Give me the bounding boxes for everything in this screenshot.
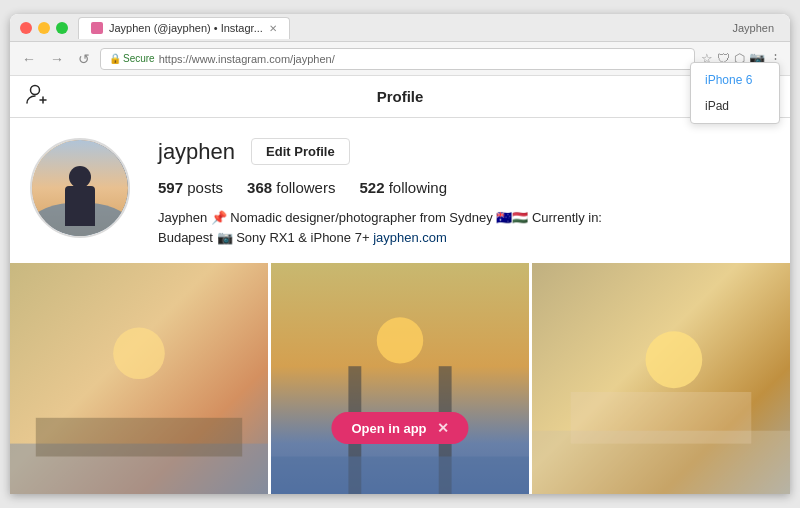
device-option-ipad[interactable]: iPad: [691, 93, 779, 119]
avatar-wrap: [30, 138, 130, 238]
secure-badge: 🔒 Secure: [109, 53, 155, 64]
device-dropdown: iPhone 6 iPad: [690, 62, 780, 124]
tab-bar: Jayphen (@jayphen) • Instagr... ✕: [78, 17, 780, 39]
svg-point-0: [31, 86, 40, 95]
svg-rect-16: [271, 457, 529, 495]
page-title: Profile: [377, 88, 424, 105]
profile-section: jayphen Edit Profile 597 posts 368 follo…: [10, 118, 790, 263]
device-option-iphone6[interactable]: iPhone 6: [691, 67, 779, 93]
following-stat: 522 following: [359, 179, 447, 196]
profile-stats: 597 posts 368 followers 522 following: [158, 179, 770, 196]
forward-button[interactable]: →: [46, 49, 68, 69]
open-in-app-close-icon[interactable]: ✕: [437, 420, 449, 436]
photo-grid: [10, 263, 790, 494]
edit-profile-button[interactable]: Edit Profile: [251, 138, 350, 165]
photo-cell[interactable]: [10, 263, 268, 494]
back-button[interactable]: ←: [18, 49, 40, 69]
title-bar: Jayphen (@jayphen) • Instagr... ✕ Jayphe…: [10, 14, 790, 42]
photo-cell[interactable]: [271, 263, 529, 494]
nav-bar: ← → ↺ 🔒 Secure https://www.instagram.com…: [10, 42, 790, 76]
svg-point-5: [72, 169, 87, 184]
ig-header: Profile: [10, 76, 790, 118]
photo-cell[interactable]: [532, 263, 790, 494]
traffic-lights: [20, 22, 68, 34]
url-text: https://www.instagram.com/jayphen/: [159, 53, 335, 65]
profile-top-row: jayphen Edit Profile: [158, 138, 770, 165]
avatar: [30, 138, 130, 238]
minimize-button[interactable]: [38, 22, 50, 34]
open-in-app-banner[interactable]: Open in app ✕: [331, 412, 468, 444]
tab-label: Jayphen (@jayphen) • Instagr...: [109, 22, 263, 34]
profile-bio: Jayphen 📌 Nomadic designer/photographer …: [158, 208, 770, 247]
tab-close-icon[interactable]: ✕: [269, 23, 277, 34]
page-content: Profile: [10, 76, 790, 494]
window-title: Jayphen: [732, 22, 774, 34]
close-button[interactable]: [20, 22, 32, 34]
svg-rect-20: [571, 392, 752, 444]
profile-info: jayphen Edit Profile 597 posts 368 follo…: [158, 138, 770, 247]
svg-point-18: [646, 331, 703, 388]
browser-tab[interactable]: Jayphen (@jayphen) • Instagr... ✕: [78, 17, 290, 39]
svg-point-6: [72, 190, 87, 209]
open-in-app-label: Open in app: [351, 421, 426, 436]
avatar-image: [32, 140, 128, 236]
refresh-button[interactable]: ↺: [74, 49, 94, 69]
address-bar[interactable]: 🔒 Secure https://www.instagram.com/jayph…: [100, 48, 695, 70]
posts-stat: 597 posts: [158, 179, 223, 196]
bio-link[interactable]: jayphen.com: [373, 230, 447, 245]
browser-window: Jayphen (@jayphen) • Instagr... ✕ Jayphe…: [10, 14, 790, 494]
svg-point-13: [377, 317, 423, 363]
svg-point-7: [75, 183, 85, 193]
svg-point-9: [113, 328, 165, 380]
followers-stat: 368 followers: [247, 179, 335, 196]
maximize-button[interactable]: [56, 22, 68, 34]
tab-favicon: [91, 22, 103, 34]
add-user-button[interactable]: [26, 83, 48, 110]
svg-rect-11: [36, 418, 242, 457]
profile-username: jayphen: [158, 139, 235, 165]
